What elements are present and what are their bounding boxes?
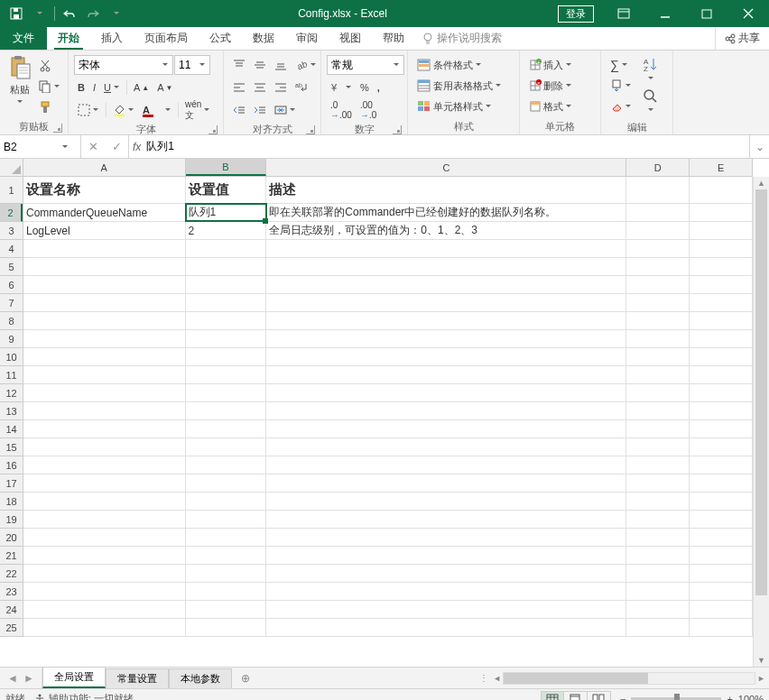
- cell-E2[interactable]: [690, 204, 753, 221]
- cut-button[interactable]: [35, 56, 64, 76]
- cell-A24[interactable]: [23, 601, 186, 618]
- cell-C10[interactable]: [266, 348, 626, 365]
- cell-B3[interactable]: 2: [186, 222, 267, 239]
- cell-D17[interactable]: [626, 474, 690, 492]
- row-header-25[interactable]: 25: [0, 619, 23, 637]
- close-button[interactable]: [727, 0, 769, 27]
- horizontal-scroll-thumb[interactable]: [504, 673, 648, 684]
- tell-me-search[interactable]: 操作说明搜索: [422, 27, 502, 50]
- comma-button[interactable]: ,: [374, 78, 384, 97]
- bold-button[interactable]: B: [74, 78, 88, 97]
- share-button[interactable]: 共享: [715, 27, 769, 50]
- cell-B5[interactable]: [186, 258, 267, 275]
- cells-area[interactable]: 设置名称设置值描述CommanderQueueName队列1即在关联部署的Com…: [23, 177, 753, 667]
- cell-A21[interactable]: [23, 547, 186, 564]
- cell-D9[interactable]: [626, 330, 690, 347]
- enter-edit-button[interactable]: ✓: [105, 140, 128, 153]
- cell-E21[interactable]: [690, 547, 753, 564]
- orientation-button[interactable]: ab: [292, 55, 320, 75]
- page-layout-view-button[interactable]: [564, 691, 588, 701]
- decrease-decimal-button[interactable]: .00→.0: [357, 100, 380, 120]
- cell-A16[interactable]: [23, 456, 186, 474]
- copy-button[interactable]: [35, 77, 64, 97]
- cell-E7[interactable]: [690, 294, 753, 311]
- cell-B6[interactable]: [186, 276, 267, 293]
- sheet-nav-prev[interactable]: ◄: [7, 672, 18, 685]
- row-header-9[interactable]: 9: [0, 330, 23, 348]
- cell-B17[interactable]: [186, 474, 267, 492]
- cell-D3[interactable]: [626, 222, 690, 239]
- cell-A23[interactable]: [23, 583, 186, 600]
- save-dropdown[interactable]: [29, 3, 51, 24]
- row-header-14[interactable]: 14: [0, 420, 23, 438]
- cell-C14[interactable]: [266, 420, 626, 438]
- align-left-button[interactable]: [229, 78, 249, 97]
- cell-B21[interactable]: [186, 547, 267, 564]
- cell-D4[interactable]: [626, 240, 690, 257]
- cell-E23[interactable]: [690, 583, 753, 600]
- cell-A10[interactable]: [23, 348, 186, 365]
- clear-button[interactable]: [607, 97, 635, 116]
- row-header-20[interactable]: 20: [0, 529, 23, 547]
- hscroll-left[interactable]: ◄: [493, 674, 501, 683]
- cell-A9[interactable]: [23, 330, 186, 347]
- tab-insert[interactable]: 插入: [90, 27, 134, 50]
- format-painter-button[interactable]: [35, 97, 64, 117]
- cell-E19[interactable]: [690, 511, 753, 528]
- cell-A3[interactable]: LogLevel: [23, 222, 186, 239]
- cell-E24[interactable]: [690, 601, 753, 618]
- cell-C17[interactable]: [266, 474, 626, 492]
- cell-C9[interactable]: [266, 330, 626, 347]
- zoom-out-button[interactable]: −: [620, 694, 625, 701]
- cell-C23[interactable]: [266, 583, 626, 600]
- cell-B23[interactable]: [186, 583, 267, 600]
- zoom-in-button[interactable]: +: [727, 694, 732, 701]
- cell-B16[interactable]: [186, 456, 267, 474]
- font-dialog-launcher[interactable]: [208, 125, 218, 134]
- cell-B22[interactable]: [186, 565, 267, 582]
- cell-A20[interactable]: [23, 529, 186, 546]
- cancel-edit-button[interactable]: ✕: [81, 140, 105, 153]
- scroll-down-arrow[interactable]: ▼: [754, 654, 769, 667]
- scroll-up-arrow[interactable]: ▲: [754, 177, 769, 189]
- cell-E4[interactable]: [690, 240, 753, 257]
- cell-D25[interactable]: [626, 619, 690, 636]
- cell-D11[interactable]: [626, 366, 690, 383]
- increase-indent-button[interactable]: [250, 100, 270, 120]
- row-header-13[interactable]: 13: [0, 402, 23, 420]
- horizontal-scrollbar[interactable]: [503, 672, 755, 685]
- underline-button[interactable]: U: [100, 78, 124, 97]
- cell-E3[interactable]: [690, 222, 753, 239]
- select-all-corner[interactable]: [0, 159, 23, 177]
- cell-D5[interactable]: [626, 258, 690, 275]
- increase-decimal-button[interactable]: .0→.00: [327, 100, 356, 120]
- minimize-button[interactable]: [644, 0, 686, 27]
- cell-D21[interactable]: [626, 547, 690, 564]
- fx-icon[interactable]: fx: [133, 141, 141, 153]
- cell-D22[interactable]: [626, 565, 690, 582]
- cell-B1[interactable]: 设置值: [186, 177, 267, 203]
- worksheet-grid[interactable]: ABCDE 1234567891011121314151617181920212…: [0, 159, 769, 667]
- cell-E15[interactable]: [690, 438, 753, 456]
- row-header-1[interactable]: 1: [0, 177, 23, 204]
- cell-C11[interactable]: [266, 366, 626, 383]
- hscroll-right[interactable]: ►: [757, 674, 765, 683]
- vertical-scroll-thumb[interactable]: [755, 189, 767, 595]
- column-headers[interactable]: ABCDE: [23, 159, 753, 177]
- align-top-button[interactable]: [229, 55, 249, 75]
- cell-C13[interactable]: [266, 402, 626, 419]
- tab-view[interactable]: 视图: [329, 27, 372, 50]
- cell-D23[interactable]: [626, 583, 690, 600]
- row-header-2[interactable]: 2: [0, 204, 23, 222]
- number-dialog-launcher[interactable]: [393, 125, 402, 134]
- cell-B15[interactable]: [186, 438, 267, 456]
- font-size-combo[interactable]: 11: [174, 55, 210, 75]
- cell-E5[interactable]: [690, 258, 753, 275]
- tab-formulas[interactable]: 公式: [199, 27, 242, 50]
- fill-button[interactable]: [607, 76, 635, 96]
- cell-C5[interactable]: [266, 258, 626, 275]
- cell-E25[interactable]: [690, 619, 753, 636]
- cell-D6[interactable]: [626, 276, 690, 293]
- cell-D2[interactable]: [626, 204, 690, 221]
- cell-B7[interactable]: [186, 294, 267, 311]
